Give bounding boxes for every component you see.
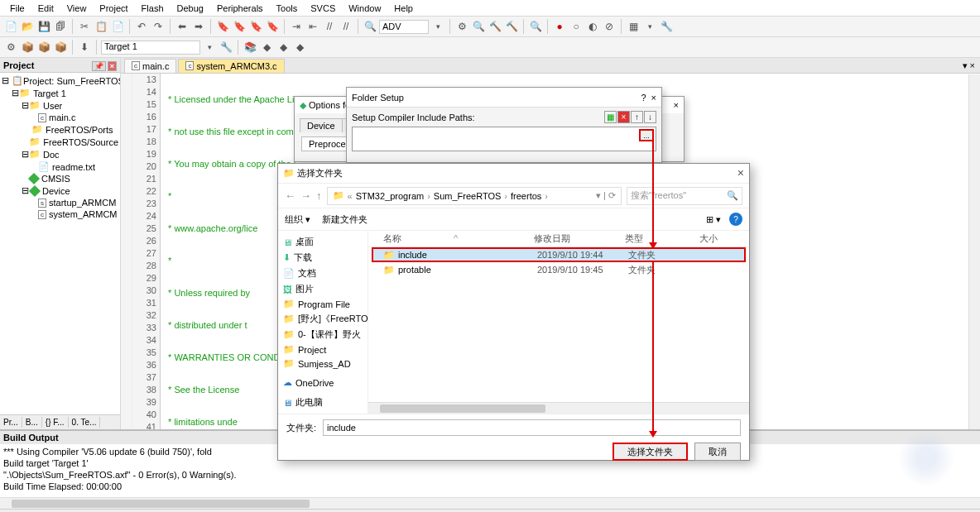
tree-main-c[interactable]: cmain.c bbox=[2, 112, 118, 123]
tree-root[interactable]: ⊟ 📋 Project: Sum_FreeRTOS bbox=[2, 74, 118, 87]
tab-templates[interactable]: 0. Te... bbox=[69, 417, 101, 428]
menu-debug[interactable]: Debug bbox=[171, 2, 210, 15]
tab-main-c[interactable]: cmain.c bbox=[124, 59, 176, 73]
saveall-icon[interactable]: 🗐 bbox=[53, 19, 68, 34]
open-icon[interactable]: 📂 bbox=[20, 19, 35, 34]
help-icon[interactable]: ? bbox=[729, 213, 742, 226]
view-mode-icon[interactable]: ⊞ ▾ bbox=[706, 214, 721, 225]
tab-books[interactable]: B... bbox=[22, 417, 42, 428]
window-icon[interactable]: ▦ bbox=[626, 19, 641, 34]
window-dropdown-icon[interactable]: ▾ bbox=[642, 19, 657, 34]
rebuild-target-icon[interactable]: 📦 bbox=[36, 40, 51, 55]
redo-icon[interactable]: ↷ bbox=[151, 19, 166, 34]
target-dropdown-icon[interactable]: ▾ bbox=[202, 40, 217, 55]
manage-icon[interactable]: 📚 bbox=[243, 40, 257, 55]
delete-path-icon[interactable]: × bbox=[617, 111, 630, 123]
folder-row-include[interactable]: 📁include 2019/9/10 19:44 文件夹 bbox=[372, 247, 746, 262]
new-folder-button[interactable]: 新建文件夹 bbox=[322, 213, 368, 226]
cut-icon[interactable]: ✂ bbox=[77, 19, 92, 34]
configure-icon[interactable]: 🔧 bbox=[659, 19, 674, 34]
browse-button[interactable]: ... bbox=[639, 129, 654, 141]
tree-target[interactable]: ⊟ 📁Target 1 bbox=[2, 87, 118, 99]
include-paths-list[interactable]: ... bbox=[352, 127, 656, 151]
side-thispc[interactable]: 🖥此电脑 bbox=[278, 395, 368, 410]
tree-user[interactable]: ⊟ 📁User bbox=[2, 99, 118, 112]
bookmark-icon[interactable]: 🔖 bbox=[215, 19, 230, 34]
find-combo[interactable] bbox=[379, 20, 429, 34]
folder-setup-close-icon[interactable]: × bbox=[651, 93, 656, 103]
panel-pin-icon[interactable]: 📌 bbox=[92, 61, 106, 71]
breakpoint-icon[interactable]: ○ bbox=[569, 19, 584, 34]
tree-cmsis[interactable]: CMSIS bbox=[2, 173, 118, 184]
address-bar[interactable]: 📁 « STM32_program› Sum_FreeRTOS› freerto… bbox=[327, 187, 622, 205]
side-yehuo[interactable]: 📁[野火]《FreeRTO bbox=[278, 311, 368, 327]
target-combo[interactable]: Target 1 bbox=[101, 41, 200, 55]
editor-scrollbar[interactable] bbox=[968, 74, 980, 429]
nav-back-icon[interactable]: ⬅ bbox=[175, 19, 190, 34]
menu-flash[interactable]: Flash bbox=[135, 2, 171, 15]
tree-source[interactable]: 📁FreeRTOS/Source bbox=[2, 136, 118, 148]
outdent-icon[interactable]: ⇤ bbox=[305, 19, 320, 34]
select-folder-close-icon[interactable]: × bbox=[737, 166, 744, 179]
zoom-icon[interactable]: 🔍 bbox=[528, 19, 543, 34]
record-icon[interactable]: ● bbox=[552, 19, 567, 34]
rte-icon[interactable]: ◆ bbox=[276, 40, 291, 55]
menu-window[interactable]: Window bbox=[342, 2, 387, 15]
debug-config-icon[interactable]: ⚙ bbox=[454, 19, 469, 34]
menu-file[interactable]: File bbox=[3, 2, 31, 15]
tab-functions[interactable]: {} F... bbox=[42, 417, 69, 428]
editor-menu-icon[interactable]: ▾ bbox=[963, 60, 968, 70]
side-yehuo2[interactable]: 📁0-【课件】野火 bbox=[278, 327, 368, 342]
menu-help[interactable]: Help bbox=[387, 2, 420, 15]
tree-system[interactable]: csystem_ARMCM bbox=[2, 208, 118, 220]
move-up-icon[interactable]: ↑ bbox=[631, 111, 643, 123]
side-pictures[interactable]: 🖼图片 bbox=[278, 281, 368, 297]
build-icon[interactable]: 🔨 bbox=[488, 19, 502, 34]
breakpoint-clear-icon[interactable]: ⊘ bbox=[602, 19, 617, 34]
new-icon[interactable]: 📄 bbox=[3, 19, 18, 34]
side-desktop[interactable]: 🖥桌面 bbox=[278, 234, 368, 250]
new-path-icon[interactable]: ▦ bbox=[604, 111, 617, 123]
bookmark-prev-icon[interactable]: 🔖 bbox=[248, 19, 263, 34]
menu-view[interactable]: View bbox=[60, 2, 94, 15]
menu-svcs[interactable]: SVCS bbox=[304, 2, 342, 15]
editor-close-icon[interactable]: × bbox=[970, 60, 975, 70]
search-box[interactable]: 搜索"freertos" 🔍 bbox=[627, 187, 742, 205]
folder-setup-help-icon[interactable]: ? bbox=[641, 93, 646, 103]
panel-close-icon[interactable]: × bbox=[108, 61, 117, 71]
rebuild-icon[interactable]: 🔨 bbox=[504, 19, 519, 34]
column-headers[interactable]: 名称 ^ 修改日期 类型 大小 bbox=[368, 231, 749, 247]
breakpoint-disable-icon[interactable]: ◐ bbox=[585, 19, 600, 34]
copy-icon[interactable]: 📋 bbox=[94, 19, 108, 34]
find-icon[interactable]: 🔍 bbox=[363, 19, 377, 34]
options-icon[interactable]: 🔧 bbox=[219, 40, 233, 55]
tree-ports[interactable]: 📁FreeRTOS/Ports bbox=[2, 123, 118, 136]
organize-menu[interactable]: 组织 ▾ bbox=[285, 213, 310, 226]
save-icon[interactable]: 💾 bbox=[36, 19, 51, 34]
uncomment-icon[interactable]: // bbox=[339, 19, 353, 34]
translate-icon[interactable]: ⚙ bbox=[3, 40, 18, 55]
bookmark-next-icon[interactable]: 🔖 bbox=[232, 19, 247, 34]
folder-row-protable[interactable]: 📁protable 2019/9/10 19:45 文件夹 bbox=[373, 262, 744, 277]
bottom-scrollbar[interactable] bbox=[0, 497, 980, 509]
nav-up-icon[interactable]: ↑ bbox=[316, 189, 322, 202]
move-down-icon[interactable]: ↓ bbox=[644, 111, 656, 123]
tree-readme[interactable]: 📄readme.txt bbox=[2, 160, 118, 173]
batch-build-icon[interactable]: 📦 bbox=[53, 40, 68, 55]
nav-fwd-icon[interactable]: ➡ bbox=[191, 19, 206, 34]
download-icon[interactable]: ⬇ bbox=[77, 40, 92, 55]
paste-icon[interactable]: 📄 bbox=[110, 19, 125, 34]
side-downloads[interactable]: ⬇下载 bbox=[278, 250, 368, 266]
options-tab-device[interactable]: Device bbox=[300, 118, 342, 132]
tree-doc[interactable]: ⊟ 📁Doc bbox=[2, 148, 118, 160]
list-hscroll[interactable] bbox=[368, 402, 749, 414]
undo-icon[interactable]: ↶ bbox=[134, 19, 149, 34]
debug-icon[interactable]: 🔍 bbox=[471, 19, 486, 34]
folder-name-input[interactable] bbox=[323, 419, 741, 436]
books-icon[interactable]: ◆ bbox=[292, 40, 307, 55]
comment-icon[interactable]: // bbox=[322, 19, 337, 34]
indent-icon[interactable]: ⇥ bbox=[289, 19, 304, 34]
menu-peripherals[interactable]: Peripherals bbox=[210, 2, 270, 15]
build-target-icon[interactable]: 📦 bbox=[20, 40, 35, 55]
nav-forward-icon[interactable]: → bbox=[300, 189, 311, 202]
